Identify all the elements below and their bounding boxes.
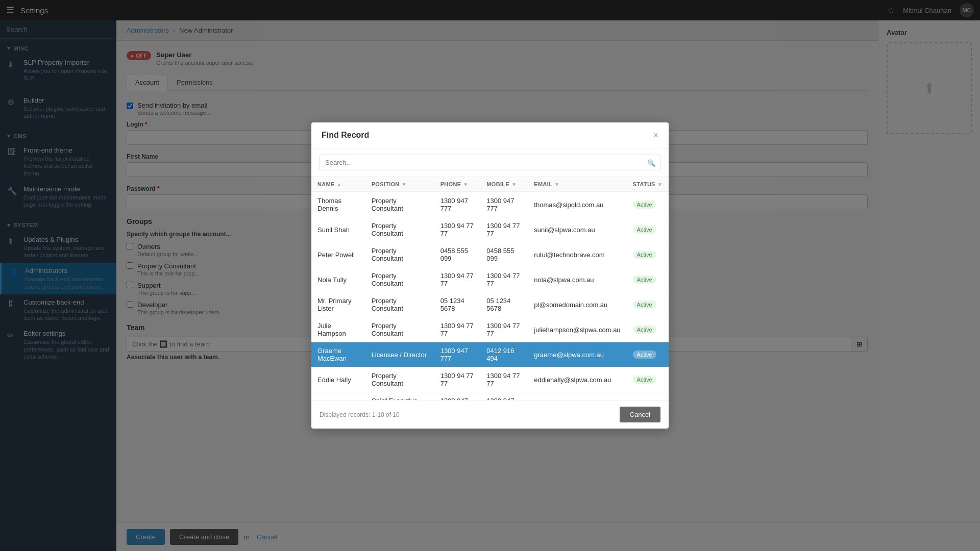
cell-position: Chief Executive Officer: [365, 392, 434, 400]
cell-phone: 1300 94 77 77: [434, 317, 481, 342]
cell-name: Brett Quinn: [311, 392, 365, 400]
cell-mobile: 1300 94 77 77: [480, 317, 528, 342]
modal-close-button[interactable]: ×: [653, 131, 658, 140]
cell-name: Eddie Hally: [311, 367, 365, 392]
cell-email: pl@somedomain.com.au: [528, 292, 626, 317]
cell-position: Property Consultant: [365, 317, 434, 342]
cell-email: brett@slpwa.com.au: [528, 392, 626, 400]
cell-phone: 05 1234 5678: [434, 292, 481, 317]
status-badge: Active: [633, 251, 656, 259]
modal-footer: Displayed records: 1-10 of 10 Cancel: [311, 400, 669, 429]
cell-status: Active: [627, 392, 669, 400]
cell-name: Julie Hampson: [311, 317, 365, 342]
modal-overlay[interactable]: Find Record × 🔍 NAME▲ POSITION▼ PHONE▼ M…: [0, 0, 980, 551]
status-badge: Active: [633, 226, 656, 234]
cell-name: Mr. Primary Lister: [311, 292, 365, 317]
cell-mobile: 1300 94 77 77: [480, 217, 528, 242]
col-mobile[interactable]: MOBILE▼: [480, 177, 528, 192]
cell-email: eddiehally@slpwa.com.au: [528, 367, 626, 392]
cell-status: Active: [627, 367, 669, 392]
cell-position: Property Consultant: [365, 192, 434, 217]
status-badge: Active: [633, 350, 656, 359]
cell-phone: 1300 947 777: [434, 392, 481, 400]
table-row[interactable]: Sunil Shah Property Consultant 1300 94 7…: [311, 217, 669, 242]
table-row[interactable]: Eddie Hally Property Consultant 1300 94 …: [311, 367, 669, 392]
cell-name: Graeme MacEwan: [311, 342, 365, 367]
cell-phone: 1300 94 77 77: [434, 267, 481, 292]
modal-search-icon: 🔍: [647, 159, 655, 166]
cell-phone: 1300 947 777: [434, 192, 481, 217]
cell-status: Active: [627, 342, 669, 367]
cell-status: Active: [627, 267, 669, 292]
cell-phone: 1300 947 777: [434, 342, 481, 367]
status-badge: Active: [633, 300, 656, 309]
cell-mobile: 1300 947 777: [480, 392, 528, 400]
table-row[interactable]: Thomas Dennis Property Consultant 1300 9…: [311, 192, 669, 217]
cell-phone: 1300 94 77 77: [434, 367, 481, 392]
cell-mobile: 0412 916 494: [480, 342, 528, 367]
col-phone[interactable]: PHONE▼: [434, 177, 481, 192]
cell-email: rutul@technobrave.com: [528, 242, 626, 267]
cell-position: Property Consultant: [365, 292, 434, 317]
cell-phone: 1300 94 77 77: [434, 217, 481, 242]
cell-mobile: 1300 94 77 77: [480, 367, 528, 392]
table-row[interactable]: Peter Powell Property Consultant 0458 55…: [311, 242, 669, 267]
cell-mobile: 1300 94 77 77: [480, 267, 528, 292]
cell-position: Property Consultant: [365, 367, 434, 392]
cell-mobile: 05 1234 5678: [480, 292, 528, 317]
cell-name: Thomas Dennis: [311, 192, 365, 217]
cell-name: Sunil Shah: [311, 217, 365, 242]
cell-email: juliehampson@slpwa.com.au: [528, 317, 626, 342]
cell-mobile: 0458 555 099: [480, 242, 528, 267]
cell-name: Peter Powell: [311, 242, 365, 267]
status-badge: Active: [633, 325, 656, 334]
col-name[interactable]: NAME▲: [311, 177, 365, 192]
cell-status: Active: [627, 192, 669, 217]
cell-email: thomas@slpqld.com.au: [528, 192, 626, 217]
table-header-row: NAME▲ POSITION▼ PHONE▼ MOBILE▼ EMAIL▼ ST…: [311, 177, 669, 192]
cell-mobile: 1300 947 777: [480, 192, 528, 217]
table-row[interactable]: Mr. Primary Lister Property Consultant 0…: [311, 292, 669, 317]
cell-position: Licensee / Director: [365, 342, 434, 367]
modal-table: NAME▲ POSITION▼ PHONE▼ MOBILE▼ EMAIL▼ ST…: [311, 177, 669, 400]
col-status[interactable]: STATUS▼: [627, 177, 669, 192]
modal-search-area: 🔍: [311, 148, 669, 177]
cell-status: Active: [627, 317, 669, 342]
cell-email: sunil@slpwa.com.au: [528, 217, 626, 242]
status-badge: Active: [633, 201, 656, 209]
records-count: Displayed records: 1-10 of 10: [320, 411, 400, 418]
cell-email: nola@slpwa.com.au: [528, 267, 626, 292]
table-row[interactable]: Graeme MacEwan Licensee / Director 1300 …: [311, 342, 669, 367]
cell-status: Active: [627, 292, 669, 317]
cell-position: Property Consultant: [365, 217, 434, 242]
status-badge: Active: [633, 375, 656, 384]
cell-status: Active: [627, 242, 669, 267]
cell-position: Property Consultant: [365, 242, 434, 267]
cell-name: Nola Tully: [311, 267, 365, 292]
modal-search-input[interactable]: [320, 155, 660, 170]
table-row[interactable]: Nola Tully Property Consultant 1300 94 7…: [311, 267, 669, 292]
modal-title: Find Record: [322, 131, 369, 140]
col-email[interactable]: EMAIL▼: [528, 177, 626, 192]
modal-header: Find Record ×: [311, 122, 669, 148]
status-badge: Active: [633, 276, 656, 284]
modal-cancel-button[interactable]: Cancel: [620, 407, 660, 422]
table-row[interactable]: Julie Hampson Property Consultant 1300 9…: [311, 317, 669, 342]
col-position[interactable]: POSITION▼: [365, 177, 434, 192]
find-record-modal: Find Record × 🔍 NAME▲ POSITION▼ PHONE▼ M…: [311, 122, 669, 429]
cell-status: Active: [627, 217, 669, 242]
cell-phone: 0458 555 099: [434, 242, 481, 267]
cell-email: graeme@slpwa.com.au: [528, 342, 626, 367]
cell-position: Property Consultant: [365, 267, 434, 292]
table-row[interactable]: Brett Quinn Chief Executive Officer 1300…: [311, 392, 669, 400]
